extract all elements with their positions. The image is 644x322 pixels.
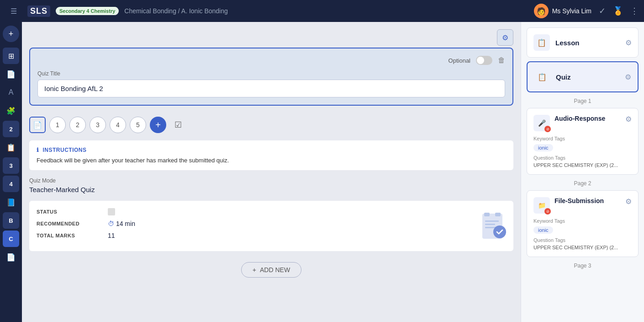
quiz-panel-card[interactable]: 📋 Quiz ⚙ bbox=[527, 61, 639, 92]
lesson-card[interactable]: 📋 Lesson ⚙ bbox=[527, 27, 639, 58]
keyword-tag-2: ionic bbox=[533, 226, 553, 234]
right-panel: 📋 Lesson ⚙ 📋 Quiz ⚙ Page 1 🎤 ⊘ Audio-Res… bbox=[521, 22, 644, 322]
total-marks-val: 11 bbox=[108, 232, 115, 239]
info-icon: ℹ bbox=[37, 147, 39, 153]
add-button[interactable]: + bbox=[3, 26, 19, 42]
quiz-card: Optional 🗑 Quiz Title bbox=[29, 48, 513, 106]
quiz-mode-value: Teacher-Marked Quiz bbox=[29, 186, 513, 193]
avatar: 🧑 bbox=[534, 4, 549, 18]
delete-icon[interactable]: 🗑 bbox=[498, 56, 505, 64]
top-navigation: ☰ SLS Secondary 4 Chemistry Chemical Bon… bbox=[0, 0, 644, 22]
recommended-key: RECOMMENDED bbox=[37, 221, 100, 226]
audio-response-gear-icon[interactable]: ⚙ bbox=[625, 115, 632, 123]
clock-icon: ⏱ bbox=[108, 220, 114, 227]
check-icon[interactable]: ✓ bbox=[599, 6, 606, 16]
sls-logo: SLS bbox=[27, 5, 50, 17]
status-value bbox=[108, 208, 115, 215]
keyword-tags-label-1: Keyword Tags bbox=[533, 136, 632, 141]
file-submission-card[interactable]: 📁 ⊘ File-Submission ⚙ Keyword Tags ionic… bbox=[527, 190, 639, 257]
quiz-gear-icon[interactable]: ⚙ bbox=[625, 73, 631, 81]
quiz-panel-title: Quiz bbox=[556, 73, 619, 81]
keyword-tags-label-2: Keyword Tags bbox=[533, 218, 632, 224]
question-tags-label-2: Question Tags bbox=[533, 237, 632, 243]
question-tags-label-1: Question Tags bbox=[533, 155, 632, 161]
stats-table: STATUS RECOMMENDED ⏱ 14 min TOTAL MARKS … bbox=[29, 201, 513, 251]
page-tab-5[interactable]: 5 bbox=[130, 117, 146, 133]
svg-rect-3 bbox=[485, 220, 499, 222]
quiz-icon: 📋 bbox=[534, 69, 550, 85]
audio-response-icon: 🎤 ⊘ bbox=[533, 115, 550, 131]
content-area: ⚙ Optional 🗑 Quiz Title 📄 1 2 3 4 5 + ☑ bbox=[22, 22, 521, 322]
page3-label: Page 3 bbox=[527, 263, 639, 269]
sidebar-item-label-b[interactable]: B bbox=[3, 212, 19, 229]
check-tab[interactable]: ☑ bbox=[170, 117, 186, 133]
quiz-mode-label: Quiz Mode bbox=[29, 177, 513, 184]
more-options-icon[interactable]: ⋮ bbox=[630, 6, 639, 16]
audio-response-card[interactable]: 🎤 ⊘ Audio-Response ⚙ Keyword Tags ionic … bbox=[527, 108, 639, 175]
left-sidebar: + ⊞ 📄 A 🧩 2 📋 3 4 📘 B C 📄 bbox=[0, 22, 22, 322]
svg-rect-1 bbox=[484, 213, 490, 216]
menu-icon[interactable]: ☰ bbox=[5, 3, 22, 19]
plus-icon: + bbox=[253, 266, 256, 274]
page-overview-tab[interactable]: 📄 bbox=[29, 117, 46, 133]
quiz-title-label: Quiz Title bbox=[37, 70, 505, 77]
file-submission-icon: 📁 ⊘ bbox=[533, 197, 550, 214]
question-tags-val-2: UPPER SEC CHEMISTRY (EXP) (2... bbox=[533, 245, 632, 250]
breadcrumb: Chemical Bonding / A. Ionic Bonding bbox=[124, 7, 528, 15]
sidebar-item-grid[interactable]: ⊞ bbox=[3, 48, 19, 64]
instructions-header-text: INSTRUCTIONS bbox=[43, 147, 87, 153]
sidebar-item-bottom[interactable]: 📄 bbox=[3, 249, 19, 265]
file-submission-title: File-Submission bbox=[554, 197, 621, 204]
lesson-icon: 📋 bbox=[533, 34, 550, 51]
user-profile[interactable]: 🧑 Ms Sylvia Lim bbox=[534, 4, 591, 18]
add-new-button[interactable]: + ADD NEW bbox=[241, 262, 301, 278]
quiz-settings-icon[interactable]: ⚙ bbox=[497, 29, 513, 46]
svg-rect-2 bbox=[495, 213, 501, 216]
optional-label: Optional bbox=[449, 57, 470, 64]
page2-label: Page 2 bbox=[527, 180, 639, 187]
question-tags-val-1: UPPER SEC CHEMISTRY (EXP) (2... bbox=[533, 162, 632, 168]
instructions-text: Feedback will be given after your teache… bbox=[37, 157, 506, 164]
lesson-title: Lesson bbox=[555, 39, 620, 47]
sidebar-item-page4[interactable]: 4 bbox=[3, 176, 19, 192]
total-marks-key: TOTAL MARKS bbox=[37, 233, 100, 238]
audio-response-title: Audio-Response bbox=[554, 115, 621, 122]
page-tab-2[interactable]: 2 bbox=[69, 117, 86, 133]
sidebar-item-text[interactable]: A bbox=[3, 84, 19, 101]
recommended-val: ⏱ 14 min bbox=[108, 220, 135, 227]
quiz-title-input[interactable] bbox=[37, 80, 505, 97]
sidebar-item-book[interactable]: 📘 bbox=[3, 194, 19, 210]
instructions-box: ℹ INSTRUCTIONS Feedback will be given af… bbox=[29, 140, 513, 170]
svg-rect-4 bbox=[485, 224, 495, 225]
user-name: Ms Sylvia Lim bbox=[552, 7, 591, 15]
status-key: STATUS bbox=[37, 209, 100, 215]
keyword-tag-1: ionic bbox=[533, 144, 553, 151]
page1-label: Page 1 bbox=[527, 98, 639, 104]
add-page-button[interactable]: + bbox=[150, 117, 166, 133]
lesson-gear-icon[interactable]: ⚙ bbox=[625, 38, 632, 47]
page-tab-1[interactable]: 1 bbox=[49, 117, 66, 133]
file-submission-gear-icon[interactable]: ⚙ bbox=[625, 197, 632, 206]
subject-tag: Secondary 4 Chemistry bbox=[56, 7, 119, 15]
sidebar-item-page2[interactable]: 2 bbox=[3, 121, 19, 137]
sidebar-item-label-c[interactable]: C bbox=[3, 231, 19, 247]
page-tab-3[interactable]: 3 bbox=[90, 117, 106, 133]
sidebar-item-doc[interactable]: 📄 bbox=[3, 66, 19, 82]
clipboard-illustration bbox=[479, 209, 506, 243]
page-tabs: 📄 1 2 3 4 5 + ☑ bbox=[29, 117, 513, 133]
svg-point-6 bbox=[493, 225, 506, 238]
optional-toggle[interactable] bbox=[476, 56, 492, 65]
sidebar-item-clipboard[interactable]: 📋 bbox=[3, 139, 19, 156]
sidebar-item-page3[interactable]: 3 bbox=[3, 157, 19, 174]
page-tab-4[interactable]: 4 bbox=[110, 117, 126, 133]
award-icon[interactable]: 🏅 bbox=[613, 6, 623, 16]
sidebar-item-puzzle[interactable]: 🧩 bbox=[3, 102, 19, 119]
